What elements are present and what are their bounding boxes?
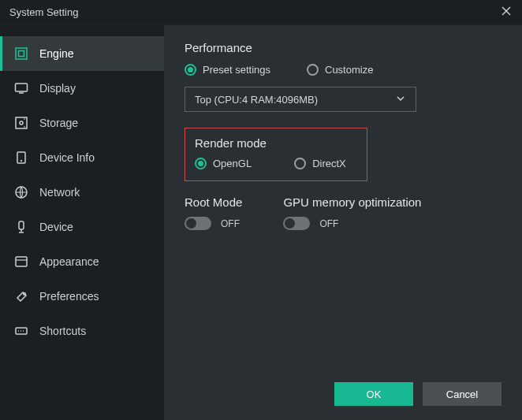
sidebar-item-network[interactable]: Network	[0, 175, 164, 210]
info-icon	[14, 151, 28, 165]
performance-title: Performance	[185, 41, 501, 54]
toggles-row: Root Mode OFF GPU memory optimization OF…	[185, 195, 501, 230]
render-mode-box: Render mode OpenGL DirectX	[185, 128, 367, 181]
preferences-icon	[14, 289, 28, 303]
window-title: System Setting	[9, 6, 78, 18]
main: Engine Display Storage Device Info Netwo…	[0, 25, 522, 420]
titlebar: System Setting	[0, 0, 522, 25]
chevron-down-icon	[395, 93, 406, 106]
performance-radio-row: Preset settings Customize	[185, 64, 501, 76]
radio-circle-icon	[294, 158, 306, 169]
cancel-button[interactable]: Cancel	[423, 382, 501, 406]
gpu-col: GPU memory optimization OFF	[283, 195, 421, 230]
sidebar-item-label: Appearance	[39, 255, 99, 268]
svg-point-6	[21, 160, 22, 162]
ok-button[interactable]: OK	[334, 382, 413, 406]
sidebar-item-preferences[interactable]: Preferences	[0, 279, 164, 314]
root-mode-toggle[interactable]	[185, 217, 211, 230]
sidebar-item-label: Engine	[39, 47, 74, 60]
preset-select[interactable]: Top (CPU:4 RAM:4096MB)	[185, 87, 416, 112]
sidebar-item-label: Shortcuts	[39, 325, 86, 337]
select-value: Top (CPU:4 RAM:4096MB)	[195, 94, 318, 106]
close-icon	[501, 6, 511, 18]
sidebar-item-label: Device Info	[39, 151, 95, 164]
sidebar-item-shortcuts[interactable]: Shortcuts	[0, 314, 164, 348]
appearance-icon	[14, 255, 28, 269]
sidebar-item-engine[interactable]: Engine	[0, 36, 164, 71]
gpu-title: GPU memory optimization	[283, 195, 421, 209]
gpu-state: OFF	[319, 218, 338, 229]
close-button[interactable]	[490, 0, 522, 25]
radio-label: OpenGL	[213, 158, 252, 169]
svg-rect-0	[16, 48, 27, 59]
svg-rect-8	[19, 221, 24, 229]
sidebar-item-label: Preferences	[39, 290, 99, 303]
render-mode-title: Render mode	[195, 136, 357, 150]
root-mode-toggle-row: OFF	[185, 217, 242, 230]
radio-directx[interactable]: DirectX	[294, 158, 346, 169]
svg-point-4	[20, 121, 23, 125]
radio-circle-icon	[195, 158, 207, 169]
sidebar-item-display[interactable]: Display	[0, 71, 164, 106]
radio-circle-icon	[185, 64, 196, 76]
radio-opengl[interactable]: OpenGL	[195, 158, 252, 169]
svg-rect-2	[16, 84, 28, 91]
sidebar-item-device[interactable]: Device	[0, 210, 164, 244]
sidebar-item-label: Device	[39, 221, 73, 233]
sidebar-item-label: Network	[39, 186, 80, 199]
radio-label: Customize	[325, 64, 373, 76]
sidebar-item-device-info[interactable]: Device Info	[0, 140, 164, 175]
root-mode-state: OFF	[221, 218, 240, 229]
sidebar-item-label: Storage	[39, 117, 78, 129]
device-icon	[14, 220, 28, 234]
content: Performance Preset settings Customize To…	[164, 25, 522, 420]
engine-icon	[14, 46, 28, 61]
radio-preset-settings[interactable]: Preset settings	[185, 64, 270, 76]
radio-label: Preset settings	[203, 64, 270, 76]
sidebar-item-label: Display	[39, 82, 76, 95]
gpu-toggle[interactable]	[283, 217, 310, 230]
button-label: OK	[367, 388, 382, 400]
radio-customize[interactable]: Customize	[307, 64, 373, 76]
gpu-toggle-row: OFF	[283, 217, 421, 230]
shortcuts-icon	[14, 324, 28, 338]
storage-icon	[14, 116, 28, 130]
radio-label: DirectX	[312, 158, 346, 169]
svg-rect-1	[19, 51, 24, 57]
radio-circle-icon	[307, 64, 319, 76]
root-mode-title: Root Mode	[185, 195, 242, 209]
svg-rect-9	[16, 257, 27, 266]
sidebar-item-storage[interactable]: Storage	[0, 106, 164, 140]
render-radio-row: OpenGL DirectX	[195, 158, 357, 169]
sidebar-item-appearance[interactable]: Appearance	[0, 244, 164, 279]
sidebar: Engine Display Storage Device Info Netwo…	[0, 25, 164, 420]
button-label: Cancel	[446, 388, 478, 400]
network-icon	[14, 185, 28, 199]
root-mode-col: Root Mode OFF	[185, 195, 242, 230]
display-icon	[14, 81, 28, 95]
footer: OK Cancel	[334, 382, 501, 406]
